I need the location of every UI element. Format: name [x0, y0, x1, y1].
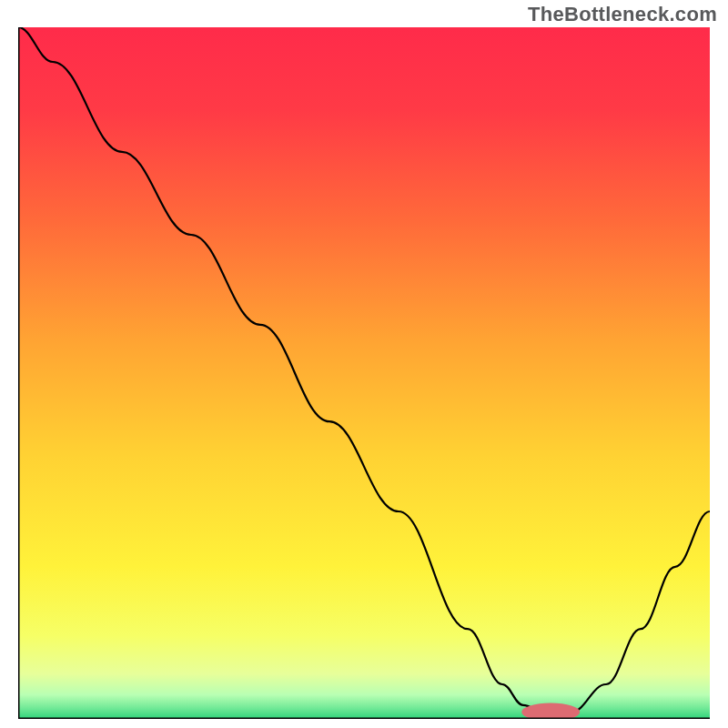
- chart-canvas: [18, 27, 710, 719]
- chart-background: [18, 27, 710, 719]
- bottleneck-chart: [18, 27, 710, 719]
- credit-text: TheBottleneck.com: [528, 3, 717, 26]
